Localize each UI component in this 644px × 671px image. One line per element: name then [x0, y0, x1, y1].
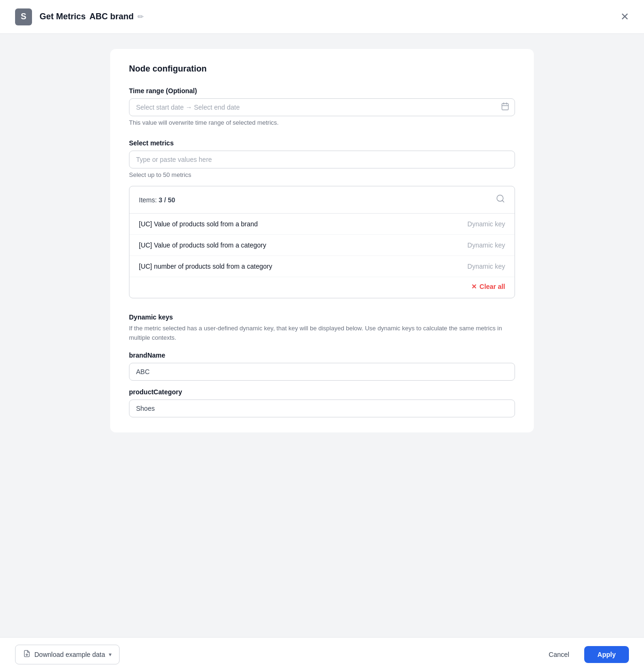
- download-icon: [23, 650, 31, 659]
- dynamic-keys-description: If the metric selected has a user-define…: [129, 324, 515, 342]
- items-count-text: Items:: [139, 196, 157, 204]
- clear-all-button[interactable]: ✕ Clear all: [471, 283, 505, 290]
- content-area: Node configuration Time range (Optional): [0, 34, 644, 637]
- brand-name-input[interactable]: [129, 363, 515, 381]
- metric-type: Dynamic key: [467, 241, 505, 249]
- section-title: Node configuration: [129, 64, 515, 74]
- metric-name: [UC] number of products sold from a cate…: [139, 263, 272, 270]
- metric-type: Dynamic key: [467, 263, 505, 270]
- app-logo: S: [15, 8, 32, 25]
- dynamic-keys-title: Dynamic keys: [129, 313, 515, 321]
- modal-container: S Get Metrics ABC brand ✏ ✕ Node configu…: [0, 0, 644, 671]
- modal-footer: Download example data ▾ Cancel Apply: [0, 637, 644, 671]
- date-input-wrapper: [129, 98, 515, 116]
- table-row: [UC] number of products sold from a cate…: [129, 256, 515, 277]
- dynamic-keys-section: Dynamic keys If the metric selected has …: [129, 313, 515, 417]
- download-example-button[interactable]: Download example data ▾: [15, 645, 120, 664]
- metrics-hint: Select up to 50 metrics: [129, 171, 515, 178]
- items-search-icon[interactable]: [496, 194, 505, 206]
- items-count-value: 3 / 50: [159, 196, 175, 204]
- time-range-label: Time range (Optional): [129, 87, 515, 95]
- edit-icon[interactable]: ✏: [137, 12, 144, 21]
- brand-name-label: brandName: [129, 351, 515, 359]
- table-row: [UC] Value of products sold from a categ…: [129, 235, 515, 256]
- product-category-label: productCategory: [129, 388, 515, 396]
- items-header: Items: 3 / 50: [129, 186, 515, 214]
- product-category-input[interactable]: [129, 399, 515, 417]
- apply-button[interactable]: Apply: [584, 646, 629, 663]
- clear-all-label: Clear all: [480, 283, 505, 290]
- metric-type: Dynamic key: [467, 220, 505, 228]
- svg-line-5: [502, 200, 504, 202]
- metric-name: [UC] Value of products sold from a categ…: [139, 241, 266, 249]
- chevron-down-icon: ▾: [109, 651, 112, 658]
- items-count: Items: 3 / 50: [139, 196, 175, 204]
- select-metrics-group: Select metrics Select up to 50 metrics I…: [129, 139, 515, 298]
- close-button[interactable]: ✕: [620, 12, 629, 22]
- cancel-button[interactable]: Cancel: [539, 646, 579, 663]
- time-range-group: Time range (Optional) This value will ov…: [129, 87, 515, 126]
- header-subtitle: ABC brand: [89, 12, 134, 22]
- clear-x-icon: ✕: [471, 283, 477, 290]
- header-title: Get Metrics: [40, 12, 86, 22]
- config-card: Node configuration Time range (Optional): [110, 49, 534, 432]
- metrics-input[interactable]: [129, 151, 515, 168]
- clear-all-row: ✕ Clear all: [129, 277, 515, 298]
- select-metrics-label: Select metrics: [129, 139, 515, 147]
- metric-name: [UC] Value of products sold from a brand: [139, 220, 258, 228]
- download-label: Download example data: [34, 651, 105, 658]
- date-range-input[interactable]: [129, 98, 515, 116]
- time-range-hint: This value will overwrite time range of …: [129, 119, 515, 126]
- footer-right: Cancel Apply: [539, 646, 629, 663]
- modal-header: S Get Metrics ABC brand ✏ ✕: [0, 0, 644, 34]
- items-box: Items: 3 / 50 [UC] Value of products: [129, 186, 515, 298]
- table-row: [UC] Value of products sold from a brand…: [129, 214, 515, 235]
